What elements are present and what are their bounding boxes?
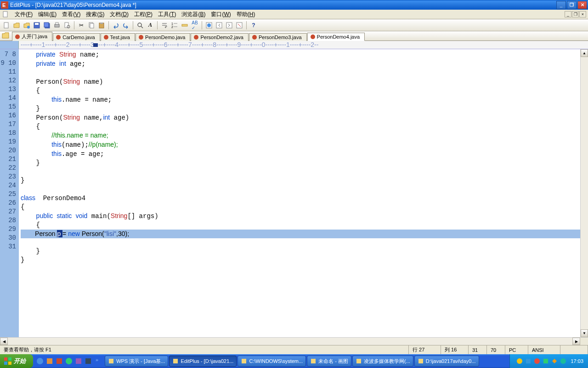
system-tray: 17:03 (509, 354, 588, 368)
column-ruler: ----+----1----+----2----+----3----+----4… (0, 41, 588, 49)
ql-icon[interactable] (36, 357, 44, 365)
ruler-marker (93, 43, 98, 47)
menu-item-d[interactable]: 文档(D) (107, 10, 131, 19)
tray-icon[interactable] (560, 358, 566, 364)
menu-item-f[interactable]: 文件(F) (12, 10, 35, 19)
browser-icon[interactable] (204, 21, 214, 30)
svg-point-17 (138, 23, 141, 27)
taskbar-task[interactable]: 凌波多媒体教学网(... (352, 356, 413, 367)
undo-icon[interactable] (111, 21, 120, 30)
taskbar-task[interactable]: C:\WINDOWS\system... (237, 356, 306, 367)
taskbar-task[interactable]: WPS 演示 - [Java基... (105, 356, 168, 367)
svg-rect-3 (4, 23, 8, 28)
redo-icon[interactable] (121, 21, 130, 30)
svg-rect-35 (47, 358, 52, 364)
status-mode: PC (505, 345, 528, 354)
svg-rect-6 (35, 23, 39, 25)
start-button[interactable]: 开始 (0, 354, 33, 368)
next-icon[interactable] (225, 21, 234, 30)
menubar: 文件(F)编辑(E)查看(V)搜索(S)文档(D)工程(P)工具(T)浏览器(B… (0, 10, 588, 19)
mdi-restore-button[interactable]: ❐ (572, 11, 579, 17)
window-title: EditPlus - [D:\java0217\day05\PersonDemo… (10, 2, 555, 8)
horizontal-scrollbar[interactable]: ◀ ▶ (0, 337, 588, 345)
copy-icon[interactable] (87, 21, 96, 30)
svg-rect-23 (182, 24, 187, 26)
scroll-right-button[interactable]: ▶ (572, 338, 580, 345)
mdi-minimize-button[interactable]: _ (565, 11, 571, 17)
vertical-scrollbar[interactable]: ▲ ▼ (580, 49, 588, 337)
print-preview-icon[interactable] (62, 21, 72, 30)
taskbar-task[interactable]: 未命名 - 画图 (307, 356, 351, 367)
tray-clock[interactable]: 17:03 (571, 358, 583, 364)
cut-icon[interactable]: ✂ (77, 21, 86, 30)
spellcheck-icon[interactable]: AB✓ (190, 21, 199, 30)
open-remote-icon[interactable] (22, 21, 31, 30)
code-content[interactable]: private String name; private int age; Pe… (19, 49, 580, 337)
scroll-down-button[interactable]: ▼ (581, 329, 588, 337)
status-encoding: ANSI (528, 345, 560, 354)
document-tab[interactable]: 人开门.java (12, 32, 52, 41)
help-icon[interactable]: ? (249, 21, 258, 30)
java-file-icon (15, 34, 20, 39)
print-icon[interactable] (52, 21, 62, 30)
open-file-icon[interactable] (12, 21, 21, 30)
menu-item-v[interactable]: 查看(V) (59, 10, 83, 19)
java-file-icon (252, 35, 257, 40)
taskbar-task[interactable]: EditPlus - [D:\java021... (169, 356, 237, 367)
svg-point-25 (207, 23, 211, 27)
mdi-close-button[interactable]: × (579, 11, 586, 17)
menu-item-h[interactable]: 帮助(H) (234, 10, 258, 19)
ql-icon[interactable] (84, 357, 92, 365)
wrap-icon[interactable] (160, 21, 169, 30)
document-tab[interactable]: PersonDemo3.java (249, 33, 307, 41)
save-icon[interactable] (32, 21, 41, 30)
ql-icon[interactable] (45, 357, 54, 365)
status-line: 行 27 (409, 345, 441, 354)
java-file-icon (311, 34, 315, 39)
find-icon[interactable] (136, 21, 145, 30)
tray-icon[interactable] (525, 358, 531, 364)
tray-icon[interactable] (551, 358, 558, 364)
minimize-button[interactable]: _ (556, 1, 566, 9)
taskbar-task[interactable]: D:\java0217avi\day0... (414, 356, 479, 367)
document-tabbar: 人开门.javaCarDemo.javaTest.javaPersonDemo.… (0, 31, 588, 41)
document-tab[interactable]: Test.java (101, 33, 135, 41)
paste-icon[interactable] (97, 21, 106, 30)
ruler-icon[interactable] (180, 21, 189, 30)
java-file-icon (56, 35, 61, 40)
svg-rect-14 (90, 23, 94, 28)
ql-icon[interactable] (74, 357, 83, 365)
tool-icon[interactable] (235, 21, 244, 30)
ql-icon[interactable] (65, 357, 73, 365)
document-tab[interactable]: PersonDemo.java (136, 33, 190, 41)
svg-point-46 (517, 358, 522, 364)
close-button[interactable]: ✕ (577, 1, 587, 9)
new-file-icon[interactable] (2, 21, 11, 30)
svg-rect-45 (418, 359, 423, 363)
scroll-left-button[interactable]: ◀ (0, 338, 8, 345)
menu-item-w[interactable]: 窗口(W) (208, 10, 233, 19)
menu-item-s[interactable]: 搜索(S) (83, 10, 107, 19)
document-tab[interactable]: PersonDemo2.java (191, 33, 249, 41)
tray-icon[interactable] (534, 358, 540, 364)
linenum-icon[interactable]: 12 (170, 21, 179, 30)
menu-item-t[interactable]: 工具(T) (155, 10, 179, 19)
document-tab[interactable]: CarDemo.java (53, 33, 100, 41)
directory-icon[interactable] (2, 32, 10, 40)
menu-item-e[interactable]: 编辑(E) (35, 10, 59, 19)
replace-icon[interactable]: A (146, 21, 155, 30)
window-titlebar: E EditPlus - [D:\java0217\day05\PersonDe… (0, 0, 588, 10)
prev-icon[interactable] (215, 21, 224, 30)
menu-item-p[interactable]: 工程(P) (131, 10, 155, 19)
app-icon: E (1, 1, 8, 9)
svg-rect-40 (109, 359, 113, 363)
tray-icon[interactable] (543, 358, 549, 364)
restore-button[interactable]: ❐ (567, 1, 577, 9)
java-file-icon (139, 35, 143, 40)
save-all-icon[interactable] (42, 21, 51, 30)
tray-icon[interactable] (516, 358, 523, 364)
ql-icon[interactable] (55, 357, 63, 365)
document-tab[interactable]: PersonDemo4.java (307, 33, 365, 41)
menu-item-b[interactable]: 浏览器(B) (179, 10, 208, 19)
scroll-up-button[interactable]: ▲ (581, 49, 588, 57)
